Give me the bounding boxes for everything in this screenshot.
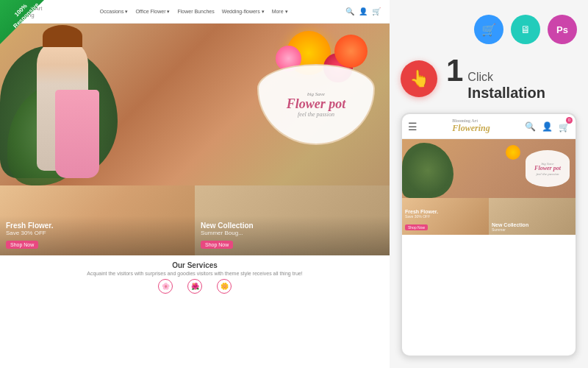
monitor-symbol: 🖥: [520, 24, 531, 35]
hero-text-main: Flower pot: [287, 97, 346, 112]
hero-text-sub: feel the passion: [298, 111, 334, 118]
mobile-foliage: [402, 143, 453, 198]
mobile-hero-text-box: big Save Flower pot feel the passion: [526, 150, 570, 187]
person-body: [37, 38, 88, 171]
click-install-text: 1 Click Installation: [446, 55, 545, 102]
mobile-product-text-2: New Collection Summer: [492, 222, 528, 232]
user-icon[interactable]: 👤: [359, 7, 368, 15]
product-overlay-2: New Collection Summer Boug... Shop Now: [195, 216, 390, 255]
person-hair: [43, 25, 82, 47]
ps-symbol: Ps: [556, 24, 568, 35]
products-row: Fresh Flower. Save 30% OFF Shop Now New …: [0, 185, 390, 255]
service-icon-1: 🌸: [158, 279, 173, 294]
mobile-logo-main: Flowering: [452, 123, 490, 133]
product-title-1: Fresh Flower.: [6, 222, 189, 230]
click-install-icon[interactable]: 👆: [401, 60, 437, 97]
services-title: Our Services: [6, 261, 384, 269]
mobile-product-title-1: Fresh Flower.: [405, 209, 438, 214]
person-apron: [55, 90, 99, 178]
services-section: Our Services Acquaint the visitors with …: [0, 255, 390, 296]
mobile-product-sub-2: Summer: [492, 227, 528, 232]
product-title-2: New Collection: [201, 222, 384, 230]
mobile-product-sub-1: Save 30% OFF: [405, 214, 438, 219]
site-header: Blooming Art Flowering Occasions ▾ Offic…: [0, 0, 390, 24]
mobile-nav-icons: 🔍 👤 🛒 0: [525, 120, 570, 133]
mobile-preview: ☰ Blooming Art Flowering 🔍 👤 🛒 0 big Sav…: [401, 113, 577, 357]
nav-occasions[interactable]: Occasions ▾: [100, 9, 129, 15]
product-btn-1[interactable]: Shop Now: [6, 241, 38, 249]
mobile-hero-passion: feel the passion: [536, 172, 559, 176]
cart-count: 0: [566, 117, 573, 124]
photoshop-feature-icon[interactable]: Ps: [548, 15, 577, 44]
nav-wedding[interactable]: Wedding-flowers ▾: [222, 9, 265, 15]
mobile-product-text-1: Fresh Flower. Save 30% OFF Shop Now: [405, 209, 438, 232]
mobile-product-1: Fresh Flower. Save 30% OFF Shop Now: [402, 198, 489, 235]
click-label: Click: [467, 70, 545, 84]
top-icons-row: 🛒 🖥 Ps: [401, 15, 577, 44]
florist-person: 👓: [22, 24, 103, 185]
site-header-icons: 🔍 👤 🛒: [345, 7, 381, 15]
nav-more[interactable]: More ▾: [272, 9, 288, 15]
product-subtitle-2: Summer Boug...: [201, 230, 384, 236]
services-desc: Acquaint the visitors with surprises and…: [6, 271, 384, 276]
search-icon[interactable]: 🔍: [345, 7, 354, 15]
responsive-feature-icon[interactable]: 🖥: [511, 15, 540, 44]
right-panel: 🛒 🖥 Ps 👆 1 Click Installation ☰ Blooming…: [390, 0, 588, 368]
product-subtitle-1: Save 30% OFF: [6, 230, 189, 236]
installation-label: Installation: [467, 84, 545, 102]
services-icons-row: 🌸 🌺 🌼: [6, 279, 384, 294]
mobile-product-2: New Collection Summer: [489, 198, 576, 235]
hamburger-icon[interactable]: ☰: [408, 121, 417, 132]
mobile-cart-icon: 🛒: [559, 122, 570, 132]
flower-orange: [334, 35, 368, 68]
click-install-words: Click Installation: [467, 70, 545, 102]
finger-click-icon: 👆: [409, 69, 429, 88]
left-panel: 100% Responsive Blooming Art Flowering O…: [0, 0, 390, 368]
nav-flower-bunches[interactable]: Flower Bunches: [177, 9, 214, 15]
mobile-flower-yellow: [506, 145, 520, 160]
mobile-hero: big Save Flower pot feel the passion: [402, 139, 576, 198]
mobile-search-icon[interactable]: 🔍: [525, 121, 536, 132]
mobile-product-title-2: New Collection: [492, 222, 528, 227]
mobile-cart-badge[interactable]: 🛒 0: [559, 120, 570, 133]
product-card-1: Fresh Flower. Save 30% OFF Shop Now: [0, 185, 195, 255]
click-number: 1: [446, 55, 463, 86]
product-btn-2[interactable]: Shop Now: [201, 241, 233, 249]
mobile-hero-title: Flower pot: [534, 166, 561, 172]
mobile-product-btn-1[interactable]: Shop Now: [405, 224, 428, 230]
mobile-header: ☰ Blooming Art Flowering 🔍 👤 🛒 0: [402, 114, 576, 139]
product-card-2: New Collection Summer Boug... Shop Now: [195, 185, 390, 255]
cart-symbol: 🛒: [481, 23, 496, 37]
mobile-products: Fresh Flower. Save 30% OFF Shop Now New …: [402, 198, 576, 235]
mobile-user-icon[interactable]: 👤: [542, 121, 553, 132]
hero-section: 👓 big Save Flower pot feel the passion: [0, 24, 390, 185]
mobile-logo: Blooming Art Flowering: [452, 118, 490, 134]
product-overlay-1: Fresh Flower. Save 30% OFF Shop Now: [0, 216, 195, 255]
cart-icon[interactable]: 🛒: [372, 7, 381, 15]
nav-office-flower[interactable]: Office Flower ▾: [135, 9, 170, 15]
site-nav: Occasions ▾ Office Flower ▾ Flower Bunch…: [100, 9, 288, 15]
click-install-row: 👆 1 Click Installation: [401, 55, 577, 102]
service-icon-3: 🌼: [217, 279, 232, 294]
cart-feature-icon[interactable]: 🛒: [474, 15, 503, 44]
service-icon-2: 🌺: [187, 279, 202, 294]
